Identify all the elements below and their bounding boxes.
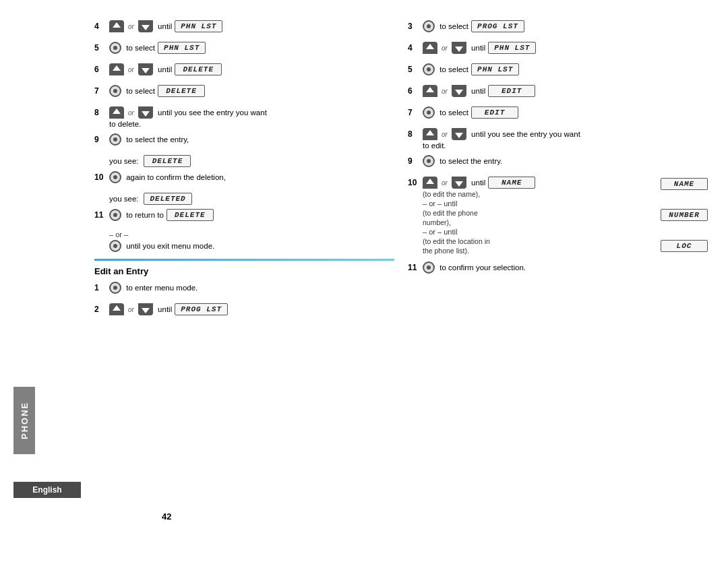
- step-group: 9 to select the entry, you see: DELETE: [94, 133, 394, 170]
- step-group: 10 or until NAME: [408, 177, 708, 260]
- or-text: or: [128, 306, 134, 313]
- step-number: 5: [94, 42, 109, 53]
- step-row: 6 or until DELETE: [94, 63, 394, 81]
- main-content: 4 or until PHN LST 5 to select: [81, 0, 728, 562]
- step-text: until: [469, 86, 485, 96]
- step-text: until: [156, 64, 172, 75]
- step-content: to select PROG LST: [423, 20, 708, 32]
- round-button-icon: [109, 85, 121, 97]
- step-text: to select the entry,: [124, 134, 189, 145]
- or-text: – or – until: [423, 199, 655, 208]
- step-number: 3: [408, 20, 423, 31]
- section-divider: [94, 259, 394, 261]
- step-row: 3 to select PROG LST: [408, 20, 708, 38]
- step-number: 8: [408, 128, 423, 139]
- down-button-icon: [138, 63, 153, 75]
- round-button-icon: [109, 42, 121, 54]
- step-text: until: [469, 177, 485, 188]
- step-content: to select EDIT: [423, 106, 708, 119]
- step-text: to confirm your selection.: [437, 262, 526, 273]
- step-number: 7: [94, 85, 109, 96]
- down-button-icon: [452, 42, 466, 54]
- edit-entry-heading: Edit an Entry: [94, 266, 394, 276]
- step-row: 5 to select PHN LST: [408, 63, 708, 81]
- paren-text: (to edit the location in: [423, 237, 655, 245]
- up-button-icon: [423, 128, 437, 140]
- step-text: to select: [437, 64, 468, 75]
- step-group: 10 again to confirm the deletion, you se…: [94, 171, 394, 208]
- lcd-display: DELETED: [144, 193, 191, 205]
- lcd-display: DELETE: [166, 209, 214, 221]
- or-text: or: [128, 66, 134, 73]
- paren-text: number),: [423, 218, 655, 226]
- lcd-options: NAME NUMBER LOC: [661, 177, 708, 252]
- paren-text: (to edit the phone: [423, 209, 655, 217]
- step-number: 7: [408, 106, 423, 117]
- step-number: 11: [408, 261, 423, 272]
- page-container: PHONE English 4 or until PHN LST: [0, 0, 728, 562]
- up-button-icon: [109, 303, 124, 315]
- lcd-display: PROG LST: [471, 20, 524, 32]
- step-number: 6: [94, 63, 109, 74]
- paren-text: (to edit the name),: [423, 190, 655, 198]
- step-text: until you see the entry you want: [469, 129, 580, 139]
- lcd-display: PHN LST: [471, 63, 519, 75]
- round-button-icon: [109, 209, 121, 221]
- step-number: 6: [408, 85, 423, 96]
- step-group: 11 to return to DELETE – or – until you …: [94, 209, 394, 252]
- step-content: or until PHN LST: [423, 42, 708, 54]
- or-text: or: [442, 179, 448, 187]
- step-text: until: [156, 304, 172, 315]
- or-text: or: [442, 131, 448, 138]
- round-button-icon: [423, 155, 435, 167]
- round-button-icon: [423, 106, 435, 119]
- down-button-icon: [138, 20, 153, 32]
- step-number: 11: [94, 209, 109, 220]
- you-see-label: you see:: [109, 195, 138, 203]
- option-group: – or – until (to edit the phone number),: [423, 199, 655, 226]
- or-text-indent: – or –: [109, 230, 394, 239]
- right-column: 3 to select PROG LST 4 or until: [408, 20, 708, 549]
- step-row: 10 again to confirm the deletion,: [94, 171, 394, 189]
- step-row: 9 to select the entry.: [408, 155, 708, 173]
- step-row: 2 or until PROG LST: [94, 303, 394, 321]
- round-button-icon: [109, 133, 121, 146]
- step-text: to return to: [124, 210, 164, 220]
- lcd-display: EDIT: [471, 106, 518, 119]
- step-content: to select PHN LST: [423, 63, 708, 75]
- step-number: 9: [94, 133, 109, 144]
- english-badge: English: [13, 482, 81, 498]
- or-text: or: [442, 88, 448, 95]
- step-text: again to confirm the deletion,: [124, 172, 226, 183]
- lcd-display: DELETE: [175, 63, 222, 75]
- down-button-icon: [452, 177, 466, 189]
- step-text: to select: [437, 107, 468, 118]
- step-content: or until PHN LST: [109, 20, 394, 32]
- step-text: to select: [124, 86, 155, 96]
- step-number: 10: [94, 171, 109, 182]
- step-content: or until you see the entry you want to d…: [109, 106, 394, 129]
- step-options: or until NAME (to edit the name), – or –…: [423, 177, 655, 256]
- step-content: to select the entry,: [109, 133, 394, 146]
- down-button-icon: [452, 85, 466, 97]
- step-number: 8: [94, 106, 109, 117]
- step-row: 7 to select EDIT: [408, 106, 708, 124]
- lcd-display: LOC: [661, 240, 708, 252]
- step-number: 4: [94, 20, 109, 31]
- step-row: 6 or until EDIT: [408, 85, 708, 102]
- step-content: to select the entry.: [423, 155, 708, 167]
- lcd-display: NAME: [488, 177, 535, 189]
- or-text: – or – until: [423, 228, 655, 236]
- step-content: to confirm your selection.: [423, 261, 708, 274]
- step-number: 2: [94, 303, 109, 314]
- step-content: to enter menu mode.: [109, 282, 394, 294]
- step-text: to select the entry.: [437, 156, 502, 166]
- lcd-display: NUMBER: [661, 209, 708, 221]
- step-text-cont: to delete.: [109, 119, 394, 129]
- lcd-display: PHN LST: [175, 20, 222, 32]
- step-content: to select DELETE: [109, 85, 394, 97]
- step-row: 9 to select the entry,: [94, 133, 394, 151]
- step-content: to select PHN LST: [109, 42, 394, 54]
- option-row: or until NAME: [423, 177, 655, 189]
- step-content: to return to DELETE: [109, 209, 394, 221]
